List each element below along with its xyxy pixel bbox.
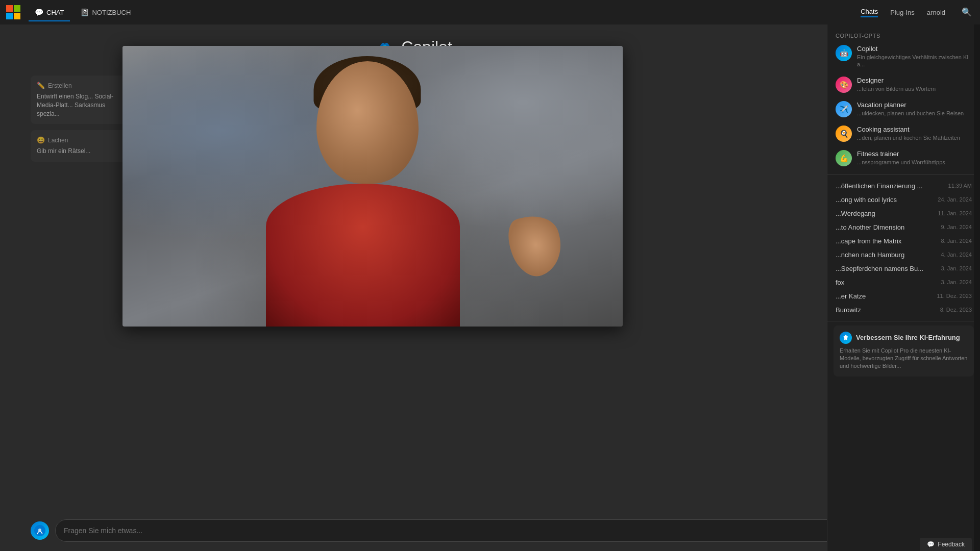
- sidebar-chat-werdegang[interactable]: ...Werdegang 11. Jan. 2024: [827, 207, 980, 220]
- sidebar-gpt-fitness[interactable]: 💪 Fitness trainer ...nssprogramme und Wo…: [827, 146, 980, 170]
- svg-rect-3: [14, 13, 20, 19]
- gpt-fitness-name: Fitness trainer: [857, 150, 972, 158]
- right-nav: Chats Plug-Ins arnold 🔍: [861, 0, 980, 24]
- sidebar-chat-lyrics[interactable]: ...ong with cool lyrics 24. Jan. 2024: [827, 193, 980, 207]
- gpt-cooking-name: Cooking assistant: [857, 126, 972, 133]
- sidebar-gpt-vacation[interactable]: ✈️ Vacation planner ...uldecken, planen …: [827, 97, 980, 121]
- chat-input-container[interactable]: 🎤: [55, 519, 897, 542]
- suggestion-card-lachen[interactable]: 😀 Lachen Gib mir ein Rätsel...: [31, 130, 133, 162]
- chat-name-2: ...Werdegang: [836, 210, 875, 217]
- chat-date-0: 11:39 AM: [948, 183, 972, 189]
- sidebar-chat-burowitz[interactable]: Burowitz 8. Dez. 2023: [827, 303, 980, 317]
- gpt-copilot-desc: Ein gleichgewichtiges Verhältnis zwische…: [857, 54, 972, 68]
- chat-date-1: 24. Jan. 2024: [938, 196, 972, 203]
- gpt-vacation-text: Vacation planner ...uldecken, planen und…: [857, 101, 972, 117]
- feedback-label: Feedback: [938, 541, 965, 548]
- sidebar-chat-munich[interactable]: ...nchen nach Hamburg 4. Jan. 2024: [827, 248, 980, 262]
- nav-chats[interactable]: Chats: [861, 8, 878, 17]
- sidebar-divider-1: [827, 174, 980, 175]
- sidebar-chat-matrix[interactable]: ...cape from the Matrix 8. Jan. 2024: [827, 234, 980, 248]
- svg-rect-1: [14, 5, 20, 12]
- gpt-vacation-icon: ✈️: [836, 101, 852, 117]
- sidebar-chat-seepferd[interactable]: ...Seepferdchen namens Bu... 3. Jan. 202…: [827, 262, 980, 276]
- chat-name-3: ...to Another Dimension: [836, 223, 904, 231]
- gpt-vacation-name: Vacation planner: [857, 101, 972, 109]
- chat-date-2: 11. Jan. 2024: [938, 210, 972, 216]
- sidebar-copilot-gpts-title: Copilot-GPTs: [827, 29, 980, 41]
- chat-date-3: 9. Jan. 2024: [941, 224, 972, 230]
- sidebar-right: Copilot-GPTs 🤖 Copilot Ein gleichgewicht…: [827, 24, 980, 551]
- upgrade-icon: [840, 332, 852, 344]
- gpt-designer-desc: ...telan von Bildern aus Wörtern: [857, 85, 972, 92]
- chat-name-4: ...cape from the Matrix: [836, 237, 901, 245]
- chat-date-6: 3. Jan. 2024: [941, 265, 972, 271]
- suggestion-lachen-text: Gib mir ein Rätsel...: [37, 147, 127, 156]
- chat-date-9: 8. Dez. 2023: [940, 307, 972, 313]
- topbar: 💬 CHAT 📓 NOTIZBUCH: [0, 0, 980, 24]
- chat-name-5: ...nchen nach Hamburg: [836, 251, 904, 259]
- sidebar-chat-katze[interactable]: ...er Katze 11. Dez. 2023: [827, 289, 980, 303]
- upgrade-desc: Erhalten Sie mit Copilot Pro die neueste…: [840, 347, 968, 370]
- feedback-icon: 💬: [927, 541, 935, 548]
- suggestion-lachen-label: Lachen: [48, 137, 68, 144]
- chat-name-9: Burowitz: [836, 306, 861, 314]
- gpt-cooking-text: Cooking assistant ...den, planen und koc…: [857, 126, 972, 141]
- gpt-designer-icon: 🎨: [836, 77, 852, 93]
- chat-name-7: fox: [836, 279, 844, 286]
- suggestion-area: ✏️ Erstellen Entwirft einen Slog... Soci…: [31, 76, 133, 162]
- notizbuch-tab-label: NOTIZBUCH: [92, 9, 131, 16]
- search-icon[interactable]: 🔍: [962, 7, 972, 17]
- gpt-designer-name: Designer: [857, 77, 972, 84]
- suggestion-card-header: ✏️ Erstellen: [37, 82, 127, 89]
- topbar-tabs: 💬 CHAT 📓 NOTIZBUCH: [29, 5, 137, 19]
- nav-plugins[interactable]: Plug-Ins: [890, 9, 915, 16]
- sidebar-gpt-cooking[interactable]: 🍳 Cooking assistant ...den, planen und k…: [827, 121, 980, 146]
- notizbuch-tab-icon: 📓: [80, 8, 89, 16]
- feedback-button[interactable]: 💬 Feedback: [920, 538, 972, 551]
- chat-date-8: 11. Dez. 2023: [937, 293, 972, 299]
- svg-point-6: [38, 529, 41, 532]
- svg-rect-2: [6, 13, 13, 19]
- chat-date-5: 4. Jan. 2024: [941, 252, 972, 258]
- svg-rect-0: [6, 5, 13, 12]
- gpt-fitness-text: Fitness trainer ...nssprogramme und Worr…: [857, 150, 972, 166]
- video-overlay: [122, 46, 623, 327]
- gpt-fitness-icon: 💪: [836, 150, 852, 166]
- sidebar-divider-2: [827, 321, 980, 321]
- suggestion-card-erstellen[interactable]: ✏️ Erstellen Entwirft einen Slog... Soci…: [31, 76, 133, 124]
- gpt-cooking-desc: ...den, planen und kochen Sie Mahlzeiten: [857, 134, 972, 141]
- chat-name-6: ...Seepferdchen namens Bu...: [836, 265, 923, 272]
- chat-date-4: 8. Jan. 2024: [941, 238, 972, 244]
- suggestion-erstellen-icon: ✏️: [37, 82, 45, 89]
- far-right-scrollbar[interactable]: [974, 24, 980, 551]
- person-body: [266, 184, 460, 327]
- chat-tab-icon: 💬: [35, 8, 43, 16]
- tab-notizbuch[interactable]: 📓 NOTIZBUCH: [74, 5, 137, 19]
- chat-name-8: ...er Katze: [836, 292, 866, 300]
- sidebar-gpt-designer[interactable]: 🎨 Designer ...telan von Bildern aus Wört…: [827, 72, 980, 97]
- sidebar-upgrade-box[interactable]: Verbessern Sie Ihre KI-Erfahrung Erhalte…: [834, 325, 974, 377]
- chat-input[interactable]: [64, 527, 874, 535]
- chat-tab-label: CHAT: [46, 9, 64, 16]
- sidebar-upgrade-header: Verbessern Sie Ihre KI-Erfahrung: [840, 332, 968, 344]
- gpt-fitness-desc: ...nssprogramme und Worrführtipps: [857, 159, 972, 166]
- suggestion-card-lachen-header: 😀 Lachen: [37, 136, 127, 144]
- sidebar-chat-fox[interactable]: fox 3. Jan. 2024: [827, 276, 980, 289]
- windows-logo: [6, 5, 20, 19]
- gpt-cooking-icon: 🍳: [836, 126, 852, 142]
- chat-name-1: ...ong with cool lyrics: [836, 196, 897, 204]
- upgrade-title: Verbessern Sie Ihre KI-Erfahrung: [856, 334, 960, 341]
- nav-user: arnold: [927, 9, 945, 16]
- sidebar-chat-financing[interactable]: ...öffentlichen Finanzierung ... 11:39 A…: [827, 179, 980, 193]
- sidebar-gpt-copilot[interactable]: 🤖 Copilot Ein gleichgewichtiges Verhältn…: [827, 41, 980, 72]
- gpt-copilot-text: Copilot Ein gleichgewichtiges Verhältnis…: [857, 45, 972, 68]
- chat-date-7: 3. Jan. 2024: [941, 279, 972, 285]
- gpt-designer-text: Designer ...telan von Bildern aus Wörter…: [857, 77, 972, 92]
- suggestion-erstellen-label: Erstellen: [48, 82, 72, 89]
- suggestion-lachen-icon: 😀: [37, 136, 45, 144]
- chat-name-0: ...öffentlichen Finanzierung ...: [836, 182, 922, 190]
- tab-chat[interactable]: 💬 CHAT: [29, 5, 70, 19]
- chat-avatar: [31, 521, 49, 540]
- sidebar-chat-dimension[interactable]: ...to Another Dimension 9. Jan. 2024: [827, 220, 980, 234]
- suggestion-erstellen-text: Entwirft einen Slog... Social-Media-Plat…: [37, 92, 127, 118]
